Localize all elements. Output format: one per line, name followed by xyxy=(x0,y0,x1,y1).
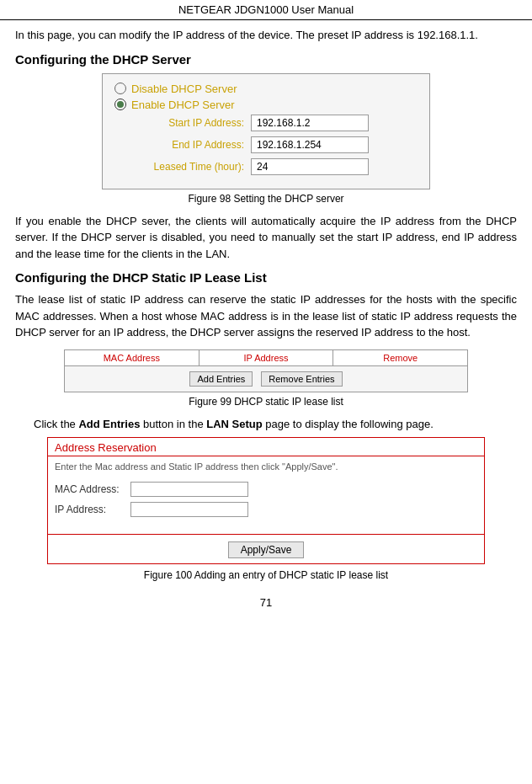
apply-row: Apply/Save xyxy=(48,540,484,563)
end-ip-row: End IP Address: 192.168.1.254 xyxy=(133,136,418,153)
mac-input[interactable] xyxy=(130,482,248,497)
disable-radio[interactable] xyxy=(114,83,126,94)
mac-label: MAC Address: xyxy=(55,483,130,495)
addr-reservation-title: Address Reservation xyxy=(48,438,484,456)
click-text-end: page to display the following page. xyxy=(263,418,434,430)
addr-res-subtitle: Enter the Mac address and Static IP addr… xyxy=(48,461,484,478)
lease-list-header: MAC Address IP Address Remove xyxy=(65,350,467,366)
disable-dhcp-option[interactable]: Disable DHCP Server xyxy=(114,83,418,95)
start-ip-row: Start IP Address: 192.168.1.2 xyxy=(133,115,418,131)
addr-reservation-figure: Address Reservation Enter the Mac addres… xyxy=(47,437,485,564)
lease-time-value: 24 xyxy=(251,158,369,175)
disable-dhcp-label: Disable DHCP Server xyxy=(131,83,237,95)
enable-radio[interactable] xyxy=(114,99,126,110)
click-text-before: Click the xyxy=(34,418,78,430)
lan-setup-bold: LAN Setup xyxy=(206,418,262,430)
add-entries-button[interactable]: Add Entries xyxy=(189,371,253,387)
section2-heading: Configuring the DHCP Static IP Lease Lis… xyxy=(15,270,517,285)
end-ip-label: End IP Address: xyxy=(133,139,251,151)
addr-res-divider2 xyxy=(48,534,484,535)
end-ip-value: 192.168.1.254 xyxy=(251,136,369,153)
page-number: 71 xyxy=(15,596,517,609)
col-mac: MAC Address xyxy=(65,350,200,365)
enable-dhcp-option[interactable]: Enable DHCP Server xyxy=(114,99,418,111)
col-remove: Remove xyxy=(333,350,467,365)
apply-save-button[interactable]: Apply/Save xyxy=(228,541,305,558)
lease-time-row: Leased Time (hour): 24 xyxy=(133,158,418,175)
dhcp-fields: Start IP Address: 192.168.1.2 End IP Add… xyxy=(133,115,418,175)
fig100-caption: Figure 100 Adding an entry of DHCP stati… xyxy=(15,569,517,581)
addr-res-divider xyxy=(48,456,484,456)
intro-text: In this page, you can modify the IP addr… xyxy=(15,27,517,44)
col-ip: IP Address xyxy=(200,350,334,365)
addr-res-fields: MAC Address: IP Address: xyxy=(48,478,484,529)
fig98-caption: Figure 98 Setting the DHCP server xyxy=(15,193,517,205)
fig99-caption: Figure 99 DHCP static IP lease list xyxy=(15,396,517,408)
click-text: Click the Add Entries button in the LAN … xyxy=(34,416,517,433)
mac-field-row: MAC Address: xyxy=(55,482,477,497)
section1-heading: Configuring the DHCP Server xyxy=(15,52,517,67)
ip-input[interactable] xyxy=(130,502,248,517)
start-ip-label: Start IP Address: xyxy=(133,117,251,129)
remove-entries-button[interactable]: Remove Entries xyxy=(261,371,342,387)
click-text-after: button in the xyxy=(140,418,206,430)
section1-body-text: If you enable the DHCP sever, the client… xyxy=(15,213,517,263)
ip-field-row: IP Address: xyxy=(55,502,477,517)
lease-time-label: Leased Time (hour): xyxy=(133,161,251,173)
lease-list-figure: MAC Address IP Address Remove Add Entrie… xyxy=(64,349,468,392)
lease-list-buttons: Add Entries Remove Entries xyxy=(65,366,467,392)
ip-label: IP Address: xyxy=(55,504,130,515)
add-entries-bold: Add Entries xyxy=(78,418,140,430)
dhcp-config-figure: Disable DHCP Server Enable DHCP Server S… xyxy=(102,73,430,189)
page-title: NETGEAR JDGN1000 User Manual xyxy=(178,3,354,16)
enable-dhcp-label: Enable DHCP Server xyxy=(131,99,235,111)
section2-body-text1: The lease list of static IP address can … xyxy=(15,291,517,341)
page-title-bar: NETGEAR JDGN1000 User Manual xyxy=(0,0,532,20)
start-ip-value: 192.168.1.2 xyxy=(251,115,369,131)
